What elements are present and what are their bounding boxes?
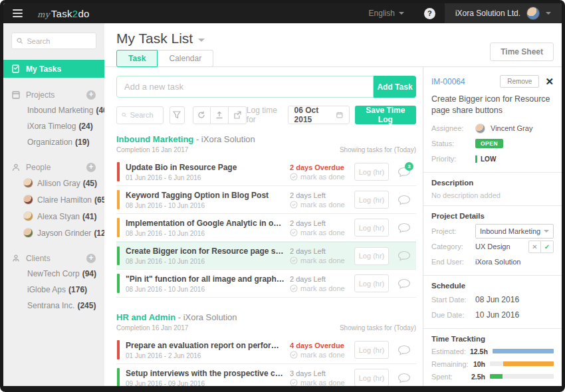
mark-as-done[interactable]: mark as done [290,229,354,237]
person-icon [12,163,20,171]
task-search[interactable] [116,106,164,124]
task-row[interactable]: Setup interviews with the prospective ca… [116,364,416,386]
sidebar-people-header[interactable]: People + [3,160,104,175]
person-count: (12) [94,229,104,238]
mark-as-done[interactable]: mark as done [290,201,354,209]
hamburger-menu-icon[interactable] [13,7,23,19]
category-value: UX Design [475,243,510,250]
comments-bubble[interactable] [397,373,412,383]
sidebar-item-client[interactable]: Sentrana Inc.(245) [3,298,104,314]
sidebar-item-person[interactable]: Allison Gray(45) [3,175,104,191]
sidebar-item-my-tasks[interactable]: My Tasks [3,60,104,78]
task-search-input[interactable] [130,111,158,119]
save-time-log-button[interactable]: Save Time Log [355,106,416,124]
log-hours-button[interactable]: Log (hr) [354,369,389,386]
category-cancel-button[interactable]: ✕ [528,241,541,253]
project-count: (24) [78,122,92,131]
upload-button[interactable] [211,106,229,124]
account-menu[interactable]: iXora Solution Ltd. [445,3,562,23]
task-status: 2 days Left [290,191,354,199]
section-project-name[interactable]: Inbound Marketing [116,134,193,144]
due-date-label: Due Date: [431,311,475,319]
comments-bubble[interactable] [397,195,412,205]
sidebar-clients-header[interactable]: Clients + [3,251,104,266]
person-count: (41) [82,212,96,221]
sidebar-search[interactable] [11,33,96,49]
add-client-button[interactable]: + [86,254,96,263]
task-row-selected[interactable]: Create Bigger icon for Resource page sha… [116,242,416,270]
priority-bar [117,274,120,293]
comments-bubble[interactable] [397,278,412,289]
tab-task[interactable]: Task [116,50,158,67]
log-hours-button[interactable]: Log (hr) [354,163,389,181]
sidebar: My Tasks Projects + Inbound Marketing(46… [3,23,104,386]
sidebar-item-person[interactable]: Jayson Grinder(12) [3,225,104,241]
add-person-button[interactable]: + [86,163,96,172]
remove-button[interactable]: Remove [500,75,539,88]
log-hours-button[interactable]: Log (hr) [354,191,389,209]
mark-as-done[interactable]: mark as done [290,173,354,181]
task-status: 3 days Left [290,369,354,377]
add-task-button[interactable]: Add Task [374,76,416,98]
sidebar-item-project[interactable]: Inbound Marketing(46) [3,102,104,118]
filter-button[interactable] [170,106,185,124]
calendar-icon [336,111,343,119]
share-button[interactable] [229,106,247,124]
sidebar-item-client[interactable]: NewTech Corp(94) [3,266,104,282]
task-title: "Pin it" function for all image and grap… [126,274,286,284]
mark-as-done-label: mark as done [300,351,345,359]
category-confirm-button[interactable]: ✓ [541,241,554,253]
project-select[interactable]: Inbound Marketing [475,224,554,239]
help-icon[interactable]: ? [424,8,435,19]
date-picker[interactable]: 06 Oct 2015 [288,106,350,124]
task-row[interactable]: Implementation of Google Analytic in our… [116,214,416,242]
sidebar-item-client[interactable]: iGlobe Aps(176) [3,282,104,298]
mark-as-done[interactable]: mark as done [290,256,354,264]
priority-bar [117,368,120,386]
refresh-button[interactable] [193,106,211,124]
chevron-down-icon[interactable] [198,39,205,42]
comments-bubble[interactable] [397,223,412,233]
task-title: Keyword Tagging Option in Blog Post [126,191,286,200]
log-hours-button[interactable]: Log (hr) [354,341,389,359]
sidebar-search-input[interactable] [27,37,91,45]
comments-bubble[interactable] [397,345,412,355]
log-hours-button[interactable]: Log (hr) [354,247,389,265]
add-project-button[interactable]: + [86,90,96,100]
task-row[interactable]: Prepare an evaluation report on performa… [116,336,416,364]
section-client-name: iXora Solution [201,134,255,144]
sidebar-item-project[interactable]: iXora Timelog(24) [3,118,104,134]
share-icon [233,111,241,119]
language-selector[interactable]: English [358,9,415,18]
project-value: Inbound Marketing [480,227,540,235]
estimated-value: 12.5h [470,347,493,355]
check-circle-icon [290,284,298,292]
log-hours-button[interactable]: Log (hr) [354,219,389,237]
comments-bubble[interactable]: 3 [397,167,412,177]
comments-bubble[interactable] [397,250,412,261]
task-row[interactable]: Update Bio in Resource Page01 Jun 2016 -… [116,158,416,186]
log-hours-button[interactable]: Log (hr) [354,274,389,292]
mark-as-done[interactable]: mark as done [290,379,354,387]
task-dates: 01 Jun 2016 - 2 Jun 2016 [126,352,286,359]
sidebar-item-project[interactable]: Organization(19) [3,134,104,150]
sidebar-item-person[interactable]: Claire Hamilton(65) [3,191,104,208]
mark-as-done[interactable]: mark as done [290,284,354,292]
person-avatar [23,211,33,221]
comment-icon [397,373,411,383]
description-empty-text: No description added [431,191,554,199]
sidebar-item-person[interactable]: Alexa Styan(41) [3,208,104,225]
task-id-link[interactable]: IM-00064 [431,77,465,86]
task-row[interactable]: Keyword Tagging Option in Blog Post08 Ju… [116,186,416,214]
sidebar-projects-header[interactable]: Projects + [3,88,104,102]
start-date-label: Start Date: [431,296,475,304]
task-row[interactable]: "Pin it" function for all image and grap… [116,270,416,298]
close-icon[interactable]: ✕ [545,76,554,86]
mark-as-done[interactable]: mark as done [290,351,354,359]
tab-calendar[interactable]: Calendar [158,50,213,67]
section-project-name[interactable]: HR and Admin [116,312,175,322]
add-task-input[interactable] [116,76,374,98]
task-dates: 08 Jun 2016 - 10 Jun 2016 [126,286,286,293]
time-sheet-button[interactable]: Time Sheet [490,43,554,61]
section-showing: Showing tasks for (Today) [340,324,416,332]
